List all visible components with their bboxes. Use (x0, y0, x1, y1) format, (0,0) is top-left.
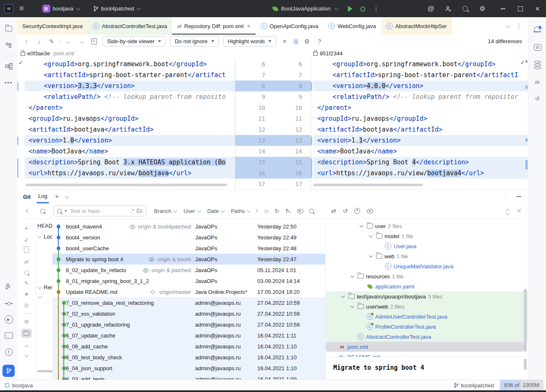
branch-node-expander[interactable] (37, 295, 52, 299)
diff-settings-icon[interactable]: ⚙ (303, 38, 311, 45)
hide-panel-icon[interactable] (517, 196, 521, 197)
commit-row[interactable]: 7_02_xss_validation admin@javaops.ru 27.… (52, 308, 325, 319)
search-icon[interactable] (40, 209, 45, 213)
commit-row[interactable]: Migrate to spring boot 4 origin & boot4 … (52, 254, 325, 265)
branch-node-head[interactable]: HEAD (37, 223, 52, 229)
structure-tool-icon[interactable] (0, 60, 17, 73)
more-filters-chevron-icon[interactable] (254, 208, 258, 213)
commit-row[interactable]: 7_01_upgrade_refactoring admin@javaops.r… (52, 319, 325, 330)
commit-list[interactable]: boot4_maven4 origin & boot4patched JavaO… (52, 218, 325, 380)
chevron-down-icon[interactable] (65, 194, 69, 198)
intellisort-icon[interactable] (285, 208, 291, 214)
favorite-icon[interactable]: ★ (17, 289, 36, 299)
file-tree-row[interactable]: resources 1 file (326, 271, 528, 281)
collapse-unchanged-icon[interactable]: ✕ (280, 39, 289, 44)
maven-tool-icon[interactable]: m (528, 75, 546, 88)
diff-editor[interactable]: ✓ <groupId>org.springframework.boot</gro… (17, 59, 528, 190)
branch-node-local[interactable]: Local (37, 234, 52, 240)
add-user-icon[interactable] (439, 0, 457, 17)
commit-row[interactable]: 6_07_update_cache admin@javaops.ru 16.04… (52, 330, 325, 341)
show-diff-icon[interactable]: ⇄ (331, 208, 336, 214)
regex-toggle[interactable]: .* (131, 208, 134, 214)
commit-row[interactable]: boot4_version JavaOPs Yesterday 22:49 (52, 232, 325, 243)
commit-row[interactable]: 7_03_remove_data_rest_refactoring admin@… (52, 297, 325, 308)
close-tab-icon[interactable]: × (247, 23, 250, 29)
editor-tab[interactable]: AbstractControllerTest.java × (88, 17, 172, 35)
file-tree-row[interactable]: user 2 files (326, 221, 528, 231)
expander-chevron-icon[interactable] (341, 294, 345, 298)
horizontal-scrollbar[interactable] (313, 184, 423, 186)
editor-tab[interactable]: WebConfig.java × (323, 17, 381, 35)
run-button[interactable] (348, 6, 353, 12)
commit-row[interactable]: boot4_userCache JavaOPs Yesterday 22:48 (52, 243, 325, 254)
terminal-tool-icon[interactable]: ›_ (0, 329, 17, 342)
diff-right-pane[interactable]: ✓ <groupId>org.springframework.boot</gro… (311, 59, 528, 190)
commit-row[interactable]: boot4_maven4 origin & boot4patched JavaO… (52, 221, 325, 232)
project-widget[interactable]: B bootjava (39, 5, 84, 13)
edit-icon[interactable]: ✎ (47, 38, 56, 45)
file-tree-row[interactable]: application.yaml (326, 281, 528, 291)
vcs-branch-widget[interactable]: boot4patched (90, 5, 145, 12)
preview-icon[interactable] (367, 209, 373, 213)
commit-row[interactable]: 8_02_update_fix_refacto origin & patched… (52, 265, 325, 275)
file-tree-row[interactable]: pom.xml (326, 342, 524, 352)
run-configuration[interactable]: BootJavaApplication (281, 5, 331, 12)
next-difference-icon[interactable]: ↓ (35, 38, 43, 45)
edit-icon[interactable]: ✎ (17, 278, 36, 288)
commit-search-input[interactable]: Text or hash .* Cc (53, 205, 146, 216)
commit-row[interactable]: 8_01_migrate_spring_boot_3_1_2 JavaOPs 0… (52, 275, 325, 286)
file-tree-row[interactable]: UniqueMailValidator.java (326, 261, 528, 271)
search-everywhere-icon[interactable] (457, 0, 474, 17)
log-filter[interactable]: Branch (152, 208, 179, 214)
editor-tab[interactable]: Repository Diff: pom.xml × (172, 17, 255, 35)
refresh-icon[interactable]: ↻ (275, 208, 280, 214)
new-log-tab-icon[interactable]: + (55, 193, 59, 200)
memory-indicator[interactable]: 836 of 2300M (500, 380, 543, 391)
expander-chevron-icon[interactable] (369, 254, 373, 258)
debug-button[interactable] (359, 5, 366, 12)
tab-options-icon[interactable]: ⋮ (516, 22, 522, 30)
diff-left-pane[interactable]: ✓ <groupId>org.springframework.boot</gro… (17, 59, 235, 190)
settings-icon[interactable]: ⚙ (17, 317, 36, 327)
expander-chevron-icon[interactable] (350, 304, 355, 308)
file-tree-row[interactable]: test\java\ru\javaops\bootjava 3 files (326, 291, 528, 301)
history-tool-icon[interactable]: ↺ (528, 92, 546, 105)
maximize-window-button[interactable] (512, 0, 529, 17)
expander-chevron-icon[interactable] (369, 234, 373, 238)
branch-node-remote[interactable]: Remote (37, 284, 52, 291)
expander-chevron-icon[interactable] (360, 223, 364, 228)
build-tool-icon[interactable] (0, 280, 17, 293)
expand-icon[interactable] (17, 341, 36, 351)
expander-chevron-icon[interactable] (350, 274, 355, 278)
status-project-name[interactable]: bootjava (12, 382, 33, 389)
editor-tab[interactable]: SecurityContextImpl.java × (17, 17, 88, 35)
whitespace-policy-dropdown[interactable]: Do not ignore (170, 36, 219, 47)
viewer-mode-dropdown[interactable]: Side-by-side viewer (102, 36, 166, 47)
jump-to-source-icon[interactable] (90, 38, 98, 44)
horizontal-scrollbar[interactable] (26, 184, 227, 186)
commit-row[interactable]: 6_05_test_body_check admin@javaops.ru 16… (52, 352, 325, 363)
settings-icon[interactable]: ⚙ (474, 0, 491, 17)
collapse-icon[interactable] (17, 351, 36, 361)
vcs-node-icon[interactable] (0, 297, 17, 310)
rollback-icon[interactable]: ↺ (343, 208, 348, 214)
panel-options-icon[interactable]: ⋮ (503, 193, 509, 200)
close-window-button[interactable]: × (529, 0, 546, 17)
git-tool-icon-active[interactable] (0, 363, 17, 378)
file-tree-row[interactable]: README.md (326, 352, 528, 357)
back-icon[interactable] (26, 208, 30, 213)
log-filter[interactable]: Paths (229, 208, 253, 214)
services-tool-icon[interactable]: ▶ (0, 313, 17, 326)
new-branch-icon[interactable]: + (17, 223, 36, 234)
vertical-scrollbar[interactable] (524, 289, 527, 352)
main-menu-icon[interactable]: ≡ (19, 4, 24, 13)
checkout-icon[interactable]: ↙ (17, 234, 36, 244)
problems-tool-icon[interactable]: ! (0, 346, 17, 358)
git-log-tab[interactable]: Log (37, 190, 49, 203)
compare-next-icon[interactable]: → (77, 38, 86, 45)
notifications-icon[interactable] (528, 22, 546, 36)
file-tree-row[interactable]: user\web 2 files (326, 301, 528, 312)
editor-tab[interactable]: OpenApiConfig.java × (256, 17, 324, 35)
more-tools-icon[interactable]: ••• (0, 76, 17, 88)
navigate-head-icon[interactable]: ◎ (17, 300, 36, 310)
